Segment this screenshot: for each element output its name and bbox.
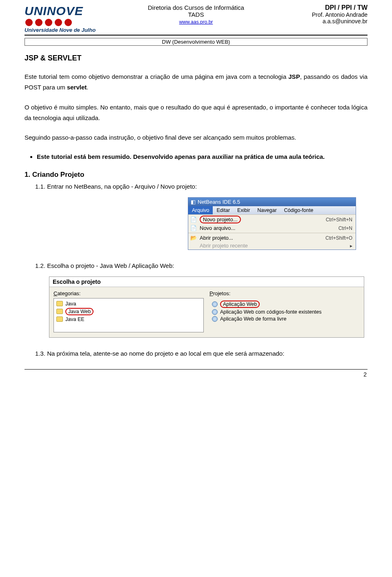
intro-paragraph-1: Este tutorial tem como objetivo demonstr… — [24, 71, 368, 93]
projects-column: PProjetos:rojetos: Aplicação Web Aplicaç… — [209, 290, 360, 332]
menu-separator — [188, 233, 356, 233]
professor-email: a.a.s@uninove.br — [282, 18, 368, 25]
step-1-2: 1.2. Escolha o projeto - Java Web / Apli… — [35, 262, 368, 269]
wizard-screenshot: Escolha o projeto CCategorias:ategorias:… — [49, 276, 364, 338]
open-project-icon: 📂 — [190, 235, 197, 241]
project-aplicacao-web[interactable]: Aplicação Web — [212, 300, 357, 308]
categories-label: CCategorias:ategorias: — [53, 290, 204, 296]
netbeans-dropdown: 📄 Novo projeto... Ctrl+Shift+N 📄 Novo ar… — [188, 214, 356, 250]
new-project-icon: 📄 — [190, 217, 197, 223]
menu-item-abrir-recente: Abrir projeto recente ▸ — [188, 242, 356, 250]
shortcut: Ctrl+Shift+O — [325, 235, 352, 241]
professor-name: Prof. Antonio Andrade — [282, 11, 368, 18]
highlight-ring: Aplicação Web — [220, 301, 260, 308]
projects-label: PProjetos:rojetos: — [209, 290, 360, 296]
footer-rule — [24, 369, 368, 370]
menu-item-novo-projeto[interactable]: 📄 Novo projeto... Ctrl+Shift+N — [188, 215, 356, 224]
netbeans-title: NetBeans IDE 6.5 — [198, 199, 240, 205]
option-label: Aplicação Web de forma livre — [220, 316, 286, 322]
logo-subtitle: Universidade Nove de Julho — [24, 27, 110, 33]
option-label: Java Web — [68, 309, 91, 314]
option-label: Aplicação Web — [223, 301, 257, 307]
option-label: Aplicação Web com códigos-fonte existent… — [220, 309, 322, 315]
submenu-arrow-icon: ▸ — [350, 243, 352, 249]
text: . — [87, 84, 88, 91]
site-link[interactable]: www.aas.pro.br — [179, 19, 213, 25]
category-java-ee[interactable]: Java EE — [56, 316, 201, 323]
option-label: Java — [65, 301, 76, 307]
menu-arquivo[interactable]: Arquivo — [188, 206, 213, 214]
folder-icon — [56, 316, 63, 322]
new-file-icon: 📄 — [190, 225, 197, 231]
highlight-ring: Novo projeto... — [200, 216, 241, 223]
option-label: Java EE — [65, 316, 85, 322]
header-right: DPI / PPI / TW Prof. Antonio Andrade a.a… — [282, 4, 368, 25]
header-center: Diretoria dos Cursos de Informática TADS… — [110, 4, 282, 25]
project-aplicacao-web-livre[interactable]: Aplicação Web de forma livre — [212, 315, 357, 322]
globe-icon — [212, 316, 218, 322]
menu-item-novo-arquivo[interactable]: 📄 Novo arquivo... Ctrl+N — [188, 224, 356, 232]
subject-box: DW (Desenvolvimento WEB) — [24, 38, 368, 46]
logo-block: UNINOVE Universidade Nove de Julho — [24, 4, 110, 33]
step-1-1: 1.1. Entrar no NetBeans, na opção - Arqu… — [35, 183, 368, 190]
logo-main: UNINOVE — [24, 5, 110, 17]
folder-icon — [56, 301, 63, 306]
netbeans-icon: ◧ — [191, 199, 196, 205]
bold-servlet: servlet — [67, 84, 87, 91]
section-heading-1: 1. Criando Projeto — [24, 171, 368, 179]
course-tags: DPI / PPI / TW — [282, 4, 368, 11]
menu-label: Abrir projeto... — [200, 235, 325, 241]
logo-dots — [25, 19, 110, 26]
document-header: UNINOVE Universidade Nove de Julho Diret… — [24, 4, 368, 33]
blank-icon — [190, 243, 197, 249]
category-java[interactable]: Java — [56, 300, 201, 307]
note-bullet: Este tutorial está bem resumido. Desenvo… — [37, 152, 368, 162]
menu-exibir[interactable]: Exibir — [234, 206, 254, 214]
shortcut: Ctrl+Shift+N — [326, 217, 352, 223]
intro-paragraph-2: O objetivo é muito simples. No entanto, … — [24, 102, 368, 124]
folder-icon — [56, 309, 63, 314]
categories-list[interactable]: Java Java Web Java EE — [53, 298, 204, 332]
bold-jsp: JSP — [288, 73, 300, 80]
category-java-web[interactable]: Java Web — [56, 307, 201, 316]
menu-navegar[interactable]: Navegar — [254, 206, 280, 214]
doc-title: JSP & SERVLET — [24, 54, 368, 62]
text: Este tutorial tem como objetivo demonstr… — [24, 73, 288, 80]
page-number: 2 — [24, 371, 368, 378]
menu-editar[interactable]: Editar — [213, 206, 234, 214]
netbeans-titlebar: ◧ NetBeans IDE 6.5 — [188, 198, 356, 206]
categories-column: CCategorias:ategorias: Java Java Web Jav… — [53, 290, 204, 332]
menu-label: Novo arquivo... — [200, 225, 339, 231]
menu-label: Novo projeto... — [203, 216, 238, 223]
globe-icon — [212, 301, 218, 307]
note-list: Este tutorial está bem resumido. Desenvo… — [37, 152, 368, 162]
step-1-3: 1.3. Na próxima tela, atente-se ao nome … — [35, 350, 368, 357]
menu-label: Abrir projeto recente — [200, 243, 350, 249]
netbeans-menubar: Arquivo Editar Exibir Navegar Código-fon… — [188, 206, 356, 214]
menu-item-abrir-projeto[interactable]: 📂 Abrir projeto... Ctrl+Shift+O — [188, 234, 356, 242]
menu-codigofonte[interactable]: Código-fonte — [281, 206, 317, 214]
dept-title: Diretoria dos Cursos de Informática — [110, 4, 282, 11]
project-aplicacao-web-existente[interactable]: Aplicação Web com códigos-fonte existent… — [212, 308, 357, 315]
netbeans-screenshot: ◧ NetBeans IDE 6.5 Arquivo Editar Exibir… — [188, 197, 356, 250]
shortcut: Ctrl+N — [339, 225, 352, 231]
wizard-title: Escolha o projeto — [49, 277, 364, 287]
projects-list[interactable]: Aplicação Web Aplicação Web com códigos-… — [209, 298, 360, 324]
globe-icon — [212, 309, 218, 315]
course-code: TADS — [110, 11, 282, 18]
header-rule — [24, 35, 368, 36]
intro-paragraph-3: Seguindo passo-a-passo cada instrução, o… — [24, 132, 368, 143]
highlight-ring: Java Web — [65, 308, 94, 315]
